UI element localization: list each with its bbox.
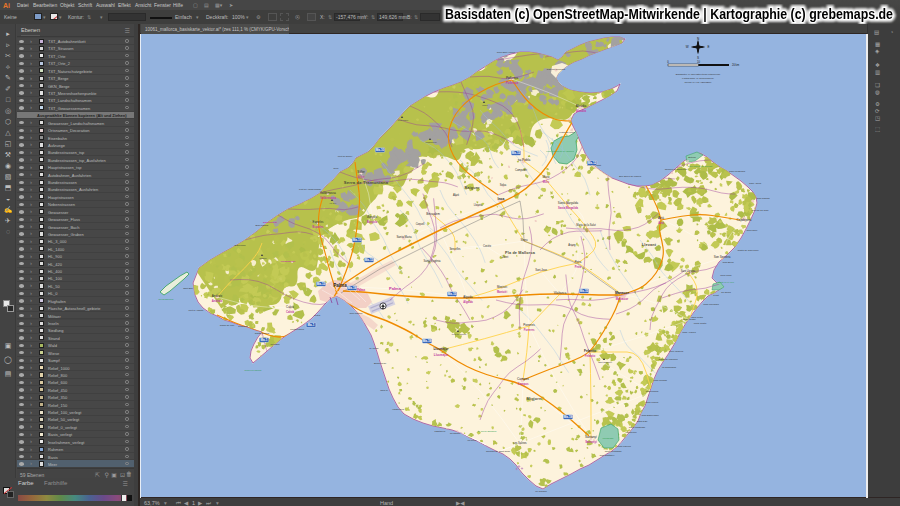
svg-text:Lloseta: Lloseta (474, 203, 483, 207)
svg-text:Cala Varques: Cala Varques (669, 350, 684, 353)
svg-text:Punta de n'Amer: Punta de n'Amer (718, 281, 734, 283)
svg-text:Cala Rajada: Cala Rajada (756, 197, 770, 200)
svg-text:Ma-13: Ma-13 (317, 282, 326, 286)
svg-text:Campanet: Campanet (515, 168, 527, 172)
svg-text:20 km: 20 km (732, 63, 739, 67)
svg-text:Valldemossa: Valldemossa (320, 191, 336, 195)
svg-text:es Teix: es Teix (330, 202, 338, 204)
svg-text:Esporles: Esporles (313, 220, 324, 224)
svg-text:Tomir: Tomir (482, 104, 488, 106)
svg-text:Puigpunyent: Puigpunyent (281, 260, 296, 263)
svg-text:Reserva marina: Reserva marina (245, 369, 263, 372)
svg-text:Port de Pollença: Port de Pollença (547, 68, 566, 71)
svg-text:Son Servera: Son Servera (714, 255, 731, 259)
svg-text:Ma-19: Ma-19 (348, 286, 357, 290)
svg-text:s'Illot: s'Illot (713, 294, 719, 297)
svg-text:Estellencs: Estellencs (235, 244, 247, 247)
svg-text:s'Estanyol: s'Estanyol (435, 430, 446, 433)
svg-text:Pollença: Pollença (506, 76, 518, 80)
svg-text:Esporles: Esporles (313, 225, 325, 229)
svg-text:Costa de Canyamel: Costa de Canyamel (738, 249, 759, 252)
svg-text:Cala Mesquida: Cala Mesquida (729, 170, 746, 173)
svg-text:Valldemossa: Valldemossa (320, 196, 336, 200)
svg-text:sa Coma: sa Coma (721, 291, 731, 294)
svg-text:Petra: Petra (575, 265, 582, 269)
svg-text:Cala Marçal: Cala Marçal (646, 401, 659, 404)
svg-text:Lloret: Lloret (502, 255, 509, 259)
svg-text:Alaró: Alaró (453, 193, 460, 197)
svg-text:Binissalem: Binissalem (426, 212, 440, 216)
svg-text:Santanyí: Santanyí (585, 435, 597, 439)
svg-text:Cales de Mallorca: Cales de Mallorca (658, 358, 678, 361)
svg-text:Muro: Muro (543, 180, 550, 184)
svg-text:Cala d'Or: Cala d'Or (637, 420, 648, 423)
svg-text:Bunyola: Bunyola (367, 220, 378, 224)
svg-text:Alcúdia: Alcúdia (576, 104, 587, 108)
svg-text:Cala Sant Vicenç: Cala Sant Vicenç (497, 51, 516, 54)
svg-text:Llucmajor: Llucmajor (434, 353, 449, 357)
svg-text:Maria de la Salut: Maria de la Salut (576, 223, 596, 227)
svg-text:Sineu: Sineu (520, 238, 528, 242)
svg-text:Artà: Artà (658, 221, 664, 225)
svg-text:Puig Major: Puig Major (398, 119, 409, 121)
svg-text:Capdepera: Capdepera (737, 218, 752, 222)
svg-text:Serra de Tramuntana: Serra de Tramuntana (344, 180, 389, 185)
svg-text:Santanyí: Santanyí (585, 440, 597, 444)
svg-text:Cala Petita: Cala Petita (691, 316, 703, 319)
svg-text:N: N (697, 37, 699, 41)
svg-text:Ma-1: Ma-1 (261, 338, 268, 342)
svg-text:Bunyola: Bunyola (367, 215, 378, 219)
svg-text:Pollença: Pollença (506, 81, 519, 85)
svg-text:Santa Eugènia: Santa Eugènia (423, 259, 441, 263)
svg-text:Montuïri: Montuïri (497, 290, 508, 294)
svg-text:Ma-10: Ma-10 (376, 148, 385, 152)
svg-text:Kartographie (c) grebemaps.de: Kartographie (c) grebemaps.de (682, 77, 715, 79)
svg-text:Ma-19: Ma-19 (423, 339, 432, 343)
svg-text:s'Arenal: s'Arenal (370, 347, 379, 350)
svg-text:Porreres: Porreres (524, 328, 535, 332)
svg-text:Platja de Muro: Platja de Muro (559, 131, 575, 134)
svg-text:Palma: Palma (357, 288, 366, 292)
svg-text:Cala Esmeralda: Cala Esmeralda (641, 414, 659, 417)
svg-text:Ma-1: Ma-1 (308, 323, 315, 327)
svg-text:Alcúdia: Alcúdia (576, 109, 587, 113)
svg-text:Ma-15: Ma-15 (580, 289, 589, 293)
svg-text:Colònia de Sant Pere: Colònia de Sant Pere (665, 168, 688, 171)
svg-text:Canyamel: Canyamel (747, 229, 758, 232)
svg-text:Sant Llorenç: Sant Llorenç (681, 269, 696, 273)
svg-text:Campos: Campos (517, 382, 528, 386)
svg-text:S: S (697, 56, 699, 60)
svg-text:Camp de Mar: Camp de Mar (220, 324, 235, 327)
svg-text:Santa Maria: Santa Maria (396, 235, 412, 239)
svg-text:Portocolom: Portocolom (646, 390, 659, 393)
svg-text:Artà: Artà (658, 216, 664, 220)
svg-text:Basisdaten (c) OpenStreetMap-M: Basisdaten (c) OpenStreetMap-Mitwirkende… (445, 7, 893, 22)
svg-text:Badia Gran: Badia Gran (374, 362, 387, 365)
svg-text:Algaida: Algaida (463, 295, 473, 299)
svg-text:Santa Margalida: Santa Margalida (558, 206, 578, 210)
svg-text:Magaluf: Magaluf (271, 343, 280, 346)
svg-text:Illetes: Illetes (314, 314, 321, 317)
svg-text:Thema (c) IHR VERMERK: Thema (c) IHR VERMERK (684, 81, 712, 83)
svg-text:Banyalbufar: Banyalbufar (263, 221, 277, 224)
svg-text:Consell: Consell (416, 222, 425, 226)
svg-text:Cala Millor: Cala Millor (720, 274, 731, 277)
svg-text:Cala Bona: Cala Bona (722, 261, 734, 264)
svg-text:Sant Joan: Sant Joan (535, 268, 547, 272)
svg-text:Selva: Selva (500, 183, 507, 187)
svg-text:Parc natural de Llevant: Parc natural de Llevant (688, 165, 713, 168)
svg-text:Cala Mondrago: Cala Mondrago (629, 426, 646, 429)
svg-text:Sant Elm: Sant Elm (183, 287, 193, 290)
svg-text:Colònia de Sant Jordi: Colònia de Sant Jordi (486, 450, 510, 453)
svg-text:es Trenc-Salobrar: es Trenc-Salobrar (478, 430, 497, 433)
svg-text:Cala Agulla: Cala Agulla (749, 182, 762, 185)
svg-text:Massanella: Massanella (425, 141, 437, 143)
svg-text:Campos: Campos (517, 377, 529, 381)
svg-text:Porreres: Porreres (523, 323, 535, 327)
svg-text:Palma: Palma (333, 283, 347, 288)
svg-text:Cala Murada: Cala Murada (653, 379, 667, 382)
svg-text:Port de Valldemossa: Port de Valldemossa (299, 188, 322, 191)
svg-text:Montuïri: Montuïri (497, 285, 507, 289)
svg-text:Ma-19: Ma-19 (564, 415, 573, 419)
svg-text:Vilafranca: Vilafranca (554, 291, 567, 295)
